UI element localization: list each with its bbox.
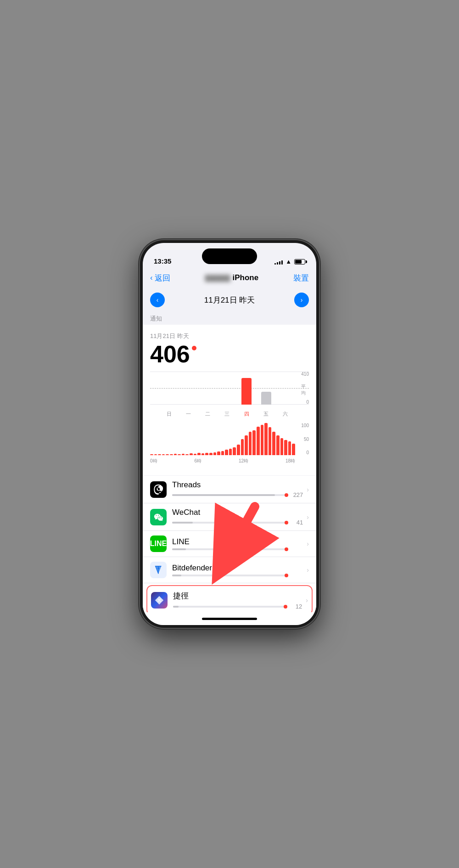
hourly-bar-29 <box>264 423 268 455</box>
hourly-y-0: 0 <box>306 450 309 455</box>
chart-bar-fri <box>261 392 271 405</box>
threads-bar-bg <box>172 494 286 496</box>
hourly-bar-4 <box>166 454 169 455</box>
hourly-bar-25 <box>249 432 252 455</box>
hourly-x-labels: 0時 6時 12時 18時 <box>150 458 295 464</box>
svg-point-0 <box>157 568 159 569</box>
hourly-y-50: 50 <box>304 437 309 442</box>
hourly-bar-22 <box>237 445 240 455</box>
hourly-bar-19 <box>225 450 228 455</box>
hourly-chart: 100 50 0 0時 6時 12時 18時 <box>150 423 309 464</box>
back-button[interactable]: ‹ 返回 <box>150 273 170 283</box>
hourly-y-labels: 100 50 0 <box>301 423 309 455</box>
app-row-bitdefender[interactable]: Bitdefender Suite › <box>143 557 316 583</box>
line-info: LINE <box>172 537 303 550</box>
next-date-button[interactable]: › <box>294 293 309 307</box>
chart-bar-thu <box>241 378 252 405</box>
hourly-bar-20 <box>229 449 232 455</box>
chart-x-thu: 四 <box>241 411 252 417</box>
signal-bars-icon <box>274 259 283 265</box>
hourly-bar-24 <box>245 435 248 455</box>
hourly-bar-36 <box>292 444 295 455</box>
app-row-threads[interactable]: Threads 227 › <box>143 476 316 503</box>
threads-chevron-icon: › <box>307 486 309 493</box>
chart-x-sat: 六 <box>280 411 291 417</box>
stats-card: 11月21日 昨天 406 <box>143 325 316 475</box>
hourly-bar-28 <box>261 425 264 455</box>
chart-avg-label: 平均 <box>301 383 308 396</box>
home-bar <box>202 618 257 620</box>
hourly-bar-31 <box>272 432 275 455</box>
phone-frame: 13:35 ▲ ‹ 返回 ██████ <box>140 240 319 628</box>
dynamic-island <box>202 248 257 264</box>
hourly-bar-34 <box>284 440 287 455</box>
hourly-bar-15 <box>209 453 213 455</box>
wechat-bar-dot <box>285 521 288 524</box>
shortcuts-count: 12 <box>288 603 302 610</box>
shortcuts-icon <box>151 592 168 609</box>
shortcuts-bar-dot <box>284 605 287 609</box>
phone-screen: 13:35 ▲ ‹ 返回 ██████ <box>143 243 316 625</box>
app-list: Threads 227 › <box>143 476 316 612</box>
chart-y-bottom: 0 <box>306 400 309 405</box>
hourly-bar-13 <box>202 453 205 455</box>
wechat-bar-row: 41 <box>172 519 303 526</box>
bitdefender-bar-dot <box>285 574 288 577</box>
shortcuts-bar-row: 12 <box>173 603 302 610</box>
bitdefender-chevron-icon: › <box>307 566 309 574</box>
section-label: 通知 <box>143 312 316 325</box>
threads-count: 227 <box>289 491 303 498</box>
bitdefender-info: Bitdefender Suite <box>172 564 303 576</box>
hourly-bar-10 <box>190 453 193 455</box>
hourly-bar-9 <box>185 454 189 455</box>
hourly-bar-2 <box>158 454 161 455</box>
chart-y-labels: 410 平均 0 <box>301 372 309 405</box>
line-chevron-icon: › <box>307 540 309 547</box>
shortcuts-bar-fill <box>173 606 179 608</box>
nav-title-iphone: iPhone <box>233 273 259 282</box>
chart-x-fri: 五 <box>261 411 271 417</box>
hourly-bar-3 <box>162 454 165 455</box>
chart-y-top: 410 <box>301 372 309 377</box>
hourly-bar-32 <box>276 435 280 455</box>
app-row-wechat[interactable]: WeChat 41 › <box>143 503 316 531</box>
app-row-shortcuts[interactable]: 捷徑 12 › <box>146 585 313 612</box>
line-bar-fill <box>172 548 186 550</box>
stats-date: 11月21日 昨天 <box>150 332 309 340</box>
wechat-bar-bg <box>172 522 286 524</box>
wechat-icon <box>150 509 167 525</box>
hourly-bar-21 <box>233 447 236 455</box>
shortcuts-chevron-icon: › <box>306 597 308 604</box>
prev-date-icon: ‹ <box>157 296 159 304</box>
nav-title-blurred: ██████ <box>205 275 230 282</box>
hourly-bar-12 <box>197 453 201 455</box>
prev-date-button[interactable]: ‹ <box>150 293 165 307</box>
back-chevron-icon: ‹ <box>150 273 153 282</box>
line-bar-row <box>172 548 303 550</box>
nav-right-button[interactable]: 裝置 <box>293 273 309 283</box>
hourly-x-18: 18時 <box>285 458 295 464</box>
chart-x-labels: 日 一 二 三 四 五 六 <box>159 411 295 417</box>
hourly-bar-16 <box>213 452 217 455</box>
stats-number: 406 <box>150 342 309 366</box>
bitdefender-bar-bg <box>172 575 286 576</box>
wechat-name: WeChat <box>172 508 303 517</box>
hourly-bar-0 <box>150 454 153 455</box>
hourly-y-100: 100 <box>301 423 309 428</box>
status-time: 13:35 <box>154 257 171 265</box>
hourly-bar-14 <box>205 453 208 455</box>
shortcuts-info: 捷徑 12 <box>173 591 302 610</box>
hourly-bar-26 <box>252 430 256 455</box>
app-row-line[interactable]: LINE LINE › <box>143 531 316 557</box>
nav-bar: ‹ 返回 ██████ iPhone 裝置 <box>143 268 316 288</box>
line-bar-dot <box>285 547 288 551</box>
next-date-icon: › <box>301 296 303 304</box>
signal-bar-2 <box>277 262 278 265</box>
bar-fri <box>261 392 271 405</box>
bitdefender-icon <box>150 562 167 578</box>
date-nav-label: 11月21日 昨天 <box>204 295 255 305</box>
chart-x-sun: 日 <box>164 411 174 417</box>
hourly-x-12: 12時 <box>239 458 248 464</box>
signal-bar-1 <box>274 263 276 265</box>
nav-title: ██████ iPhone <box>205 273 259 282</box>
